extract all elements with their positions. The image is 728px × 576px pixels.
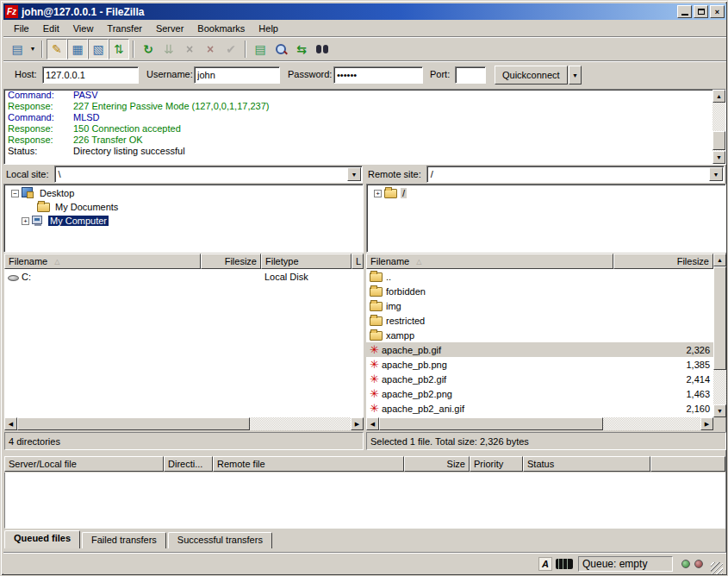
scrollbar-thumb[interactable] (712, 131, 725, 150)
synchronized-browsing-button[interactable]: ⇆ (291, 39, 312, 59)
menu-view[interactable]: View (66, 22, 101, 35)
collapse-icon[interactable]: − (11, 190, 19, 197)
remote-file-row[interactable]: .. (366, 269, 713, 284)
refresh-button[interactable]: ↻ (138, 39, 159, 59)
column-filename[interactable]: Filename△ (4, 254, 201, 269)
expand-icon[interactable]: + (22, 217, 29, 225)
remote-file-row-selected[interactable]: ✳apache_pb.gif2,326 (366, 342, 713, 357)
remote-file-row[interactable]: forbidden (366, 284, 713, 298)
port-input[interactable] (455, 66, 486, 84)
remote-hscrollbar[interactable]: ◀ ▶ (366, 417, 713, 430)
menu-transfer[interactable]: Transfer (100, 22, 149, 35)
column-direction[interactable]: Directi... (164, 456, 213, 472)
remote-site-combo[interactable]: / ▼ (426, 166, 725, 183)
remote-file-row[interactable]: img (366, 298, 713, 313)
filter-icon: ▤ (254, 42, 265, 56)
toggle-local-tree-button[interactable]: ▦ (67, 39, 88, 59)
resize-grip[interactable] (711, 562, 723, 574)
tree-item-my-computer[interactable]: + My Computer (4, 214, 363, 228)
password-input[interactable] (333, 66, 423, 84)
datatype-ascii-icon[interactable]: A (538, 557, 552, 571)
tree-item-desktop[interactable]: − Desktop (4, 186, 363, 200)
file-size: 2,326 (686, 345, 710, 355)
maximize-button[interactable] (694, 5, 708, 18)
directory-comparison-button[interactable] (312, 39, 333, 59)
column-filename[interactable]: Filename△ (366, 254, 613, 269)
toggle-remote-tree-button[interactable]: ▧ (88, 39, 109, 59)
quickconnect-dropdown[interactable]: ▼ (569, 66, 582, 85)
local-site-combo[interactable]: \ ▼ (54, 166, 363, 183)
cancel-operation-button[interactable]: × (179, 39, 200, 59)
tree-label[interactable]: My Computer (48, 216, 109, 226)
filter-button[interactable]: ▤ (250, 39, 271, 59)
column-server-local-file[interactable]: Server/Local file (4, 456, 164, 472)
tree-item-my-documents[interactable]: My Documents (4, 200, 363, 214)
tree-label[interactable]: Desktop (38, 188, 76, 198)
scroll-left-icon[interactable]: ◀ (366, 417, 379, 430)
disconnect-button[interactable]: × (200, 39, 221, 59)
tab-successful-transfers[interactable]: Successful transfers (168, 532, 272, 548)
remote-file-row[interactable]: ✳apache_pb2.png1,463 (366, 386, 713, 401)
process-queue-button[interactable]: ⇊ (159, 39, 179, 59)
menu-edit[interactable]: Edit (36, 22, 66, 35)
scroll-up-icon[interactable]: ▲ (712, 90, 725, 103)
log-scrollbar[interactable]: ▲ ▼ (712, 90, 725, 164)
column-priority[interactable]: Priority (470, 456, 523, 472)
toggle-message-log-button[interactable]: ✎ (47, 39, 67, 59)
file-name: restricted (386, 316, 425, 326)
menu-file[interactable]: File (7, 22, 36, 35)
column-filesize[interactable]: Filesize (201, 254, 261, 269)
local-file-list[interactable]: C: Local Disk (4, 269, 364, 417)
column-last-modified[interactable]: L (352, 254, 364, 269)
menu-help[interactable]: Help (252, 22, 285, 35)
scroll-down-icon[interactable]: ▼ (712, 151, 725, 164)
column-status[interactable]: Status (523, 456, 650, 472)
message-log[interactable]: Command:PASV Response:227 Entering Passi… (3, 89, 726, 165)
tree-label[interactable]: / (401, 188, 407, 198)
toggle-transfer-queue-button[interactable]: ⇅ (109, 39, 129, 59)
remote-vscrollbar[interactable]: ▲ ▼ (713, 254, 726, 417)
speedlimit-indicator-icon[interactable] (556, 559, 573, 569)
remote-file-row[interactable]: ✳apache_pb2_ani.gif2,160 (366, 401, 713, 416)
remote-file-list[interactable]: .. forbidden img restricted xampp ✳apach… (366, 269, 713, 417)
scroll-up-icon[interactable]: ▲ (713, 254, 726, 266)
close-button[interactable]: × (710, 5, 725, 18)
scrollbar-thumb[interactable] (713, 266, 726, 370)
queue-list[interactable] (4, 473, 725, 529)
site-manager-button[interactable]: ▤ (7, 39, 28, 59)
local-file-row[interactable]: C: Local Disk (4, 269, 364, 284)
tree-item-root[interactable]: + / (367, 186, 725, 200)
file-search-button[interactable] (271, 39, 291, 59)
reconnect-button[interactable]: ✔ (221, 39, 241, 59)
scroll-right-icon[interactable]: ▶ (351, 417, 364, 430)
menu-server[interactable]: Server (149, 22, 190, 35)
folder-icon (370, 302, 383, 311)
scroll-right-icon[interactable]: ▶ (700, 417, 713, 430)
remote-file-row[interactable]: ✳apache_pb2.gif2,414 (366, 372, 713, 386)
menu-bookmarks[interactable]: Bookmarks (190, 22, 252, 35)
expand-icon[interactable]: + (374, 190, 382, 197)
host-input[interactable] (42, 66, 139, 84)
tree-label[interactable]: My Documents (53, 202, 120, 212)
remote-file-row[interactable]: xampp (366, 328, 713, 342)
scroll-down-icon[interactable]: ▼ (713, 404, 726, 417)
column-size[interactable]: Size (404, 456, 470, 472)
tab-queued-files[interactable]: Queued files (4, 530, 80, 548)
column-filetype[interactable]: Filetype (261, 254, 352, 269)
column-remote-file[interactable]: Remote file (213, 456, 404, 472)
column-filesize[interactable]: Filesize (613, 254, 713, 269)
minimize-button[interactable] (677, 5, 692, 18)
username-input[interactable] (194, 66, 280, 84)
combo-arrow-icon[interactable]: ▼ (347, 167, 361, 181)
remote-file-row[interactable]: restricted (366, 313, 713, 328)
quickconnect-button[interactable]: Quickconnect (495, 66, 568, 85)
scroll-left-icon[interactable]: ◀ (4, 417, 17, 430)
title-bar[interactable]: Fz john@127.0.0.1 - FileZilla × (3, 3, 726, 20)
site-manager-dropdown[interactable]: ▼ (28, 39, 38, 59)
combo-arrow-icon[interactable]: ▼ (709, 167, 723, 181)
scrollbar-thumb[interactable] (17, 417, 250, 430)
tab-failed-transfers[interactable]: Failed transfers (82, 532, 166, 548)
local-hscrollbar[interactable]: ◀ ▶ (4, 417, 364, 430)
remote-file-row[interactable]: ✳apache_pb.png1,385 (366, 357, 713, 372)
scrollbar-thumb[interactable] (379, 417, 603, 430)
